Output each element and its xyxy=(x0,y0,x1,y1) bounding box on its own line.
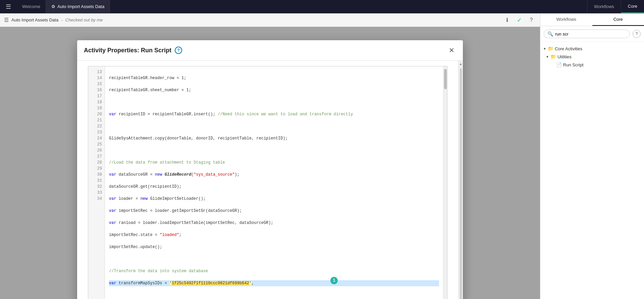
help-icon-header[interactable]: ? xyxy=(527,15,536,25)
dialog-body: 13 14 15 16 17 18 19 20 21 22 xyxy=(77,61,463,299)
dialog-title: Activity Properties: Run Script xyxy=(84,47,171,54)
activity-tree: ▼ 📁 Core Activities ▼ 📁 Utilities 📄 Run … xyxy=(540,42,644,299)
main-area: ☰ Auto Import Assets Data - Checked out … xyxy=(0,13,644,299)
scrollbar-thumb xyxy=(444,69,447,89)
core-tab-label: Core xyxy=(628,4,637,9)
checked-out-label: Checked out by me xyxy=(65,17,103,22)
right-panel-help-icon[interactable]: ? xyxy=(633,30,641,38)
scroll-thumb xyxy=(460,68,462,299)
auto-import-tab-icon: ⚙ xyxy=(51,4,55,9)
core-activities-folder-icon: 📁 xyxy=(548,46,553,51)
dialog-vscroll[interactable]: ▲ ▼ xyxy=(458,61,463,299)
core-activities-label: Core Activities xyxy=(555,46,582,51)
line-numbers: 13 14 15 16 17 18 19 20 21 22 xyxy=(88,66,105,299)
utilities-toggle: ▼ xyxy=(546,55,549,59)
dialog-help-icon[interactable]: ? xyxy=(175,47,182,54)
workflows-tab-label: Workflows xyxy=(594,4,614,9)
core-activities-toggle: ▼ xyxy=(543,47,546,51)
tree-item-run-script[interactable]: 📄 Run Script xyxy=(540,61,644,69)
tab-auto-import[interactable]: ⚙ Auto Import Assets Data xyxy=(46,0,110,13)
sub-header: ☰ Auto Import Assets Data - Checked out … xyxy=(0,13,540,27)
search-icon: 🔍 xyxy=(547,31,553,37)
right-panel-search: 🔍 ? xyxy=(540,26,644,42)
dialog-help-icon-label: ? xyxy=(177,48,179,53)
right-tab-core[interactable]: Core xyxy=(592,13,644,26)
tree-item-core-activities[interactable]: ▼ 📁 Core Activities xyxy=(540,45,644,53)
workflows-tab[interactable]: Workflows xyxy=(587,0,621,13)
right-tab-core-label: Core xyxy=(613,17,623,22)
utilities-folder-icon: 📁 xyxy=(550,54,556,59)
run-script-doc-icon: 📄 xyxy=(556,62,562,67)
check-icon[interactable]: ✓ xyxy=(515,15,524,25)
right-tabs: Workflows Core xyxy=(587,0,644,13)
workflow-panel: ☰ Auto Import Assets Data - Checked out … xyxy=(0,13,540,299)
separator: - xyxy=(61,17,62,22)
search-input-wrap: 🔍 xyxy=(544,29,630,38)
badge-1: 1 xyxy=(330,277,338,284)
dialog-overlay: Activity Properties: Run Script ? ✕ xyxy=(0,27,540,299)
close-icon: ✕ xyxy=(449,46,454,54)
top-tabbar: ☰ Welcome ⚙ Auto Import Assets Data Work… xyxy=(0,0,644,13)
tree-item-utilities[interactable]: ▼ 📁 Utilities xyxy=(540,53,644,61)
run-script-spacer xyxy=(551,62,555,67)
welcome-tab-label: Welcome xyxy=(22,4,40,9)
utilities-label: Utilities xyxy=(557,54,572,59)
canvas-area: Activity Properties: Run Script ? ✕ xyxy=(0,27,540,299)
search-input[interactable] xyxy=(555,32,626,37)
hamburger-menu[interactable]: ☰ xyxy=(0,0,17,13)
scroll-up-arrow[interactable]: ▲ xyxy=(459,62,463,66)
code-editor[interactable]: 13 14 15 16 17 18 19 20 21 22 xyxy=(88,66,447,299)
right-tab-workflows-label: Workflows xyxy=(556,17,576,22)
sub-hamburger[interactable]: ☰ xyxy=(4,17,9,23)
right-tab-workflows[interactable]: Workflows xyxy=(540,13,592,26)
dialog-header: Activity Properties: Run Script ? ✕ xyxy=(77,40,463,61)
right-panel-tabs: Workflows Core xyxy=(540,13,644,26)
code-editor-scrollbar[interactable] xyxy=(443,66,447,299)
info-icon[interactable]: ℹ xyxy=(502,15,512,25)
run-script-label: Run Script xyxy=(563,62,584,67)
auto-import-tab-label: Auto Import Assets Data xyxy=(57,4,104,9)
dialog-close-button[interactable]: ✕ xyxy=(447,46,456,55)
tab-welcome[interactable]: Welcome xyxy=(17,0,46,13)
code-content: recipientTableGR.header_row = 1; recipie… xyxy=(105,66,443,299)
app-title: Auto Import Assets Data xyxy=(11,17,58,22)
activity-dialog: Activity Properties: Run Script ? ✕ xyxy=(77,40,463,299)
core-tab[interactable]: Core xyxy=(621,0,644,13)
right-panel: Workflows Core 🔍 ? ▼ 📁 Core Activities ▼ xyxy=(540,13,644,299)
